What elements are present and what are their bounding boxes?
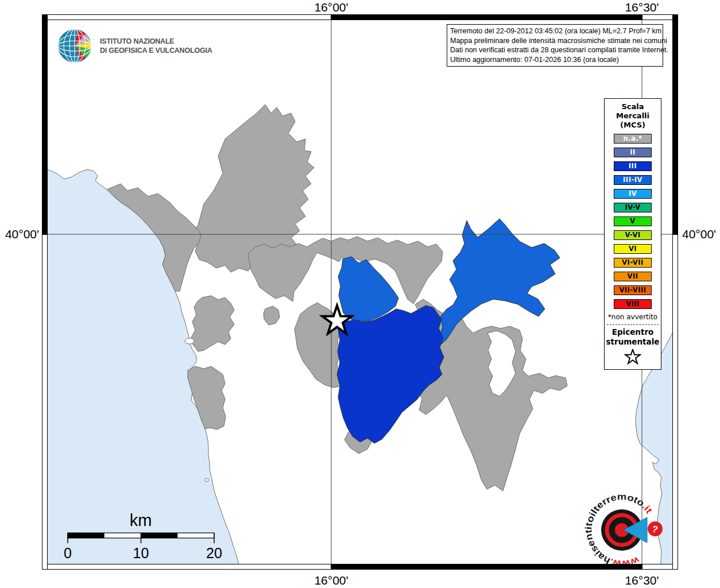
legend-chip-n-a-: n.a.* — [614, 134, 652, 144]
axis-top-right-label: 16°30' — [625, 1, 659, 14]
scale-bar-seg2 — [141, 533, 178, 538]
legend-chip-ii: II — [614, 148, 652, 157]
legend-title-line2: Mercalli — [605, 111, 661, 121]
frame-top-seg1 — [45, 14, 331, 20]
star-outline-icon — [624, 349, 641, 365]
frame-bottom-seg3 — [642, 564, 675, 570]
legend-chip-iv: IV — [614, 189, 652, 199]
legend-epicenter-line1: Epicentro — [605, 327, 661, 337]
legend-title-line1: Scala — [605, 102, 661, 111]
event-info-line2: Mappa preliminare delle intensità macros… — [450, 36, 660, 46]
ingv-logo: ISTITUTO NAZIONALE DI GEOFISICA E VULCAN… — [57, 28, 241, 64]
legend-epicenter-label: Epicentro strumentale — [605, 327, 661, 347]
map-canvas: km 0 10 20 ? www.haisentitoilterremoto.i… — [45, 17, 675, 570]
frame-top-seg2 — [331, 14, 642, 20]
legend-title: Scala Mercalli (MCS) — [605, 102, 661, 130]
legend-box: Scala Mercalli (MCS) n.a.*IIIIIIII-IVIVI… — [604, 98, 661, 370]
legend-chip-vii-viii: VII-VIII — [614, 285, 652, 295]
event-info-line3: Dati non verificati estratti da 28 quest… — [450, 45, 660, 55]
axis-bottom-right-label: 16°30' — [625, 574, 659, 587]
frame-right-seg2 — [672, 234, 678, 570]
legend-title-line3: (MCS) — [605, 121, 661, 130]
axis-top-left-label: 16°00' — [314, 1, 348, 14]
frame-bottom-seg1 — [45, 564, 331, 570]
legend-chip-iii-iv: III-IV — [614, 175, 652, 185]
page: { "branding": { "line1": "ISTITUTO NAZIO… — [0, 0, 720, 588]
scale-bar-seg1 — [68, 533, 104, 538]
island-dot — [205, 478, 208, 482]
frame-right-seg1 — [672, 14, 678, 234]
legend-epicenter-line2: strumentale — [605, 337, 661, 347]
scale-label-20: 20 — [206, 545, 222, 561]
frame-bottom-seg2 — [331, 564, 642, 570]
axis-left-label: 40°00' — [0, 227, 39, 241]
legend-chip-iv-v: IV-V — [614, 203, 652, 212]
event-info-line4: Ultimo aggiornamento: 07-01-2026 10:36 (… — [450, 55, 660, 65]
frame-top-seg3 — [642, 14, 675, 20]
legend-chip-v-vi: V-VI — [614, 230, 652, 240]
ingv-name-line2: DI GEOFISICA E VULCANOLOGIA — [100, 47, 212, 55]
island-small — [185, 338, 194, 344]
legend-chip-vi-vii: VI-VII — [614, 258, 652, 268]
legend-chip-v: V — [614, 216, 652, 226]
legend-chip-vii: VII — [614, 272, 652, 281]
legend-items: n.a.*IIIIIIII-IVIVIV-VVV-VIVIVI-VIIVIIVI… — [605, 134, 661, 309]
frame-left-seg1 — [42, 14, 48, 234]
legend-chip-vi: VI — [614, 244, 652, 254]
scale-bar-title: km — [130, 511, 152, 529]
legend-chip-viii: VIII — [614, 299, 652, 309]
legend-separator — [607, 324, 659, 325]
legend-footnote: *non avvertito — [605, 313, 661, 321]
axis-right-label: 40°00' — [682, 227, 716, 241]
frame-left-seg2 — [42, 234, 48, 570]
legend-chip-iii: III — [614, 161, 652, 171]
ingv-globe-icon — [58, 29, 91, 63]
scale-label-0: 0 — [64, 545, 72, 561]
event-info-line1: Terremoto del 22-09-2012 03:45:02 (ora l… — [450, 26, 660, 36]
axis-bottom-left-label: 16°00' — [314, 574, 348, 587]
event-info-box: Terremoto del 22-09-2012 03:45:02 (ora l… — [447, 24, 663, 67]
scale-label-10: 10 — [133, 545, 149, 561]
ingv-name-line1: ISTITUTO NAZIONALE — [100, 37, 175, 45]
